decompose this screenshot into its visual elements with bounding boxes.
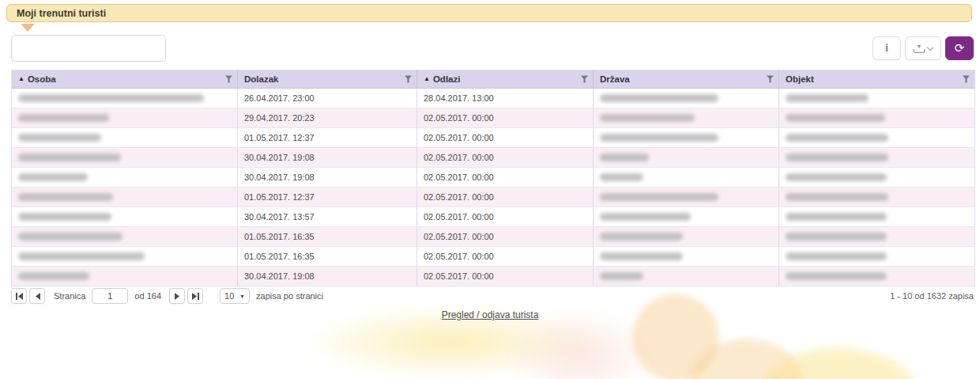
page-number-input[interactable] bbox=[92, 288, 128, 304]
refresh-button[interactable]: ⟳ bbox=[945, 36, 974, 60]
cell-drzava bbox=[594, 267, 779, 286]
redacted-country bbox=[600, 134, 718, 142]
cell-odlazi: 02.05.2017. 00:00 bbox=[417, 247, 594, 266]
cell-odlazi: 02.05.2017. 00:00 bbox=[417, 148, 594, 167]
redacted-name bbox=[18, 173, 88, 181]
toolbar: i ▼ ⟳ bbox=[11, 35, 974, 62]
redacted-name bbox=[18, 252, 145, 260]
tab-pointer bbox=[21, 24, 35, 32]
tab-label: Moji trenutni turisti bbox=[17, 8, 106, 19]
table-row[interactable]: 30.04.2017. 19:0802.05.2017. 00:00 bbox=[12, 168, 974, 188]
redacted-object bbox=[786, 272, 887, 280]
cell-objekt bbox=[779, 188, 974, 207]
cell-objekt bbox=[779, 267, 974, 286]
column-header-dolazak[interactable]: Dolazak bbox=[238, 70, 417, 88]
filter-icon[interactable] bbox=[767, 75, 774, 83]
table-row[interactable]: 01.05.2017. 12:3702.05.2017. 00:00 bbox=[12, 128, 974, 148]
table-row[interactable]: 29.04.2017. 20:2302.05.2017. 00:00 bbox=[12, 108, 974, 128]
cell-odlazi: 02.05.2017. 00:00 bbox=[417, 168, 594, 187]
cell-objekt bbox=[779, 247, 974, 266]
prev-page-button[interactable] bbox=[29, 288, 45, 304]
table-row[interactable]: 30.04.2017. 19:0802.05.2017. 00:00 bbox=[12, 148, 974, 168]
column-header-osoba[interactable]: ▲Osoba bbox=[12, 70, 238, 88]
filter-icon[interactable] bbox=[405, 75, 412, 83]
cell-osoba bbox=[12, 267, 238, 286]
records-range-label: 1 - 10 od 1632 zapisa bbox=[890, 291, 974, 301]
cell-osoba bbox=[12, 148, 238, 167]
table-row[interactable]: 30.04.2017. 13:5702.05.2017. 00:00 bbox=[12, 207, 974, 227]
chevron-down-icon bbox=[926, 44, 933, 50]
page-size-select[interactable]: 10 ▼ bbox=[220, 288, 250, 304]
cell-drzava bbox=[594, 89, 779, 108]
column-header-odlazi[interactable]: ▲Odlazi bbox=[417, 70, 594, 88]
cell-odlazi: 02.05.2017. 00:00 bbox=[417, 188, 594, 207]
cell-drzava bbox=[594, 247, 779, 266]
table-row[interactable]: 30.04.2017. 19:0802.05.2017. 00:00 bbox=[12, 267, 974, 286]
cell-drzava bbox=[594, 148, 779, 167]
refresh-icon: ⟳ bbox=[955, 43, 965, 55]
page-count-label: od 164 bbox=[134, 291, 161, 301]
table-header: ▲OsobaDolazak▲OdlaziDržavaObjekt bbox=[12, 70, 974, 89]
table-row[interactable]: 01.05.2017. 12:3702.05.2017. 00:00 bbox=[12, 188, 974, 207]
cell-objekt bbox=[779, 207, 974, 226]
export-button[interactable]: ▼ bbox=[905, 36, 941, 60]
table-row[interactable]: 26.04.2017. 23:0028.04.2017. 13:00 bbox=[12, 89, 974, 108]
cell-drzava bbox=[594, 227, 779, 246]
cell-dolazak: 01.05.2017. 12:37 bbox=[238, 128, 417, 147]
first-page-icon bbox=[15, 293, 24, 300]
redacted-name bbox=[18, 114, 109, 122]
cell-odlazi: 02.05.2017. 00:00 bbox=[417, 267, 594, 286]
cell-dolazak: 01.05.2017. 16:35 bbox=[238, 247, 417, 266]
redacted-object bbox=[786, 94, 869, 102]
cell-dolazak: 30.04.2017. 19:08 bbox=[238, 148, 417, 167]
cell-dolazak: 26.04.2017. 23:00 bbox=[238, 89, 417, 108]
last-page-button[interactable] bbox=[187, 288, 203, 304]
redacted-name bbox=[18, 94, 204, 102]
column-header-država[interactable]: Država bbox=[594, 70, 779, 88]
cell-objekt bbox=[779, 108, 974, 127]
stranica-label: Stranica bbox=[54, 291, 85, 301]
filter-icon[interactable] bbox=[581, 75, 588, 83]
redacted-object bbox=[786, 193, 888, 201]
filter-icon[interactable] bbox=[225, 75, 232, 83]
redacted-name bbox=[18, 272, 89, 280]
sort-asc-icon: ▲ bbox=[18, 76, 24, 82]
next-page-icon bbox=[174, 293, 181, 300]
cell-osoba bbox=[12, 247, 238, 266]
redacted-object bbox=[786, 134, 888, 142]
redacted-country bbox=[600, 213, 691, 221]
redacted-object bbox=[786, 252, 887, 260]
tourists-table: ▲OsobaDolazak▲OdlaziDržavaObjekt 26.04.2… bbox=[11, 70, 975, 286]
cell-odlazi: 02.05.2017. 00:00 bbox=[417, 108, 594, 127]
select-arrow-icon: ▼ bbox=[239, 294, 245, 299]
redacted-country bbox=[600, 94, 718, 102]
next-page-button[interactable] bbox=[169, 288, 185, 304]
info-button[interactable]: i bbox=[873, 36, 901, 60]
cell-dolazak: 01.05.2017. 16:35 bbox=[238, 227, 417, 246]
filter-icon[interactable] bbox=[963, 75, 970, 83]
page-size-value: 10 bbox=[224, 291, 234, 301]
last-page-icon bbox=[191, 293, 200, 300]
cell-objekt bbox=[779, 168, 974, 187]
download-icon: ▼ bbox=[914, 44, 925, 53]
redacted-name bbox=[18, 134, 101, 142]
first-page-button[interactable] bbox=[11, 288, 27, 304]
cell-dolazak: 30.04.2017. 13:57 bbox=[238, 207, 417, 226]
cell-odlazi: 28.04.2017. 13:00 bbox=[417, 89, 594, 108]
search-input[interactable] bbox=[11, 35, 166, 62]
cell-drzava bbox=[594, 207, 779, 226]
cell-dolazak: 29.04.2017. 20:23 bbox=[238, 108, 417, 127]
cell-drzava bbox=[594, 188, 779, 207]
redacted-name bbox=[18, 153, 121, 161]
table-row[interactable]: 01.05.2017. 16:3502.05.2017. 00:00 bbox=[12, 247, 974, 267]
tab-moji-trenutni-turisti[interactable]: Moji trenutni turisti bbox=[6, 4, 972, 22]
table-row[interactable]: 01.05.2017. 16:3502.05.2017. 00:00 bbox=[12, 227, 974, 247]
column-header-objekt[interactable]: Objekt bbox=[779, 70, 974, 88]
cell-odlazi: 02.05.2017. 00:00 bbox=[417, 128, 594, 147]
pregled-odjava-link[interactable]: Pregled / odjava turista bbox=[442, 309, 539, 320]
cell-objekt bbox=[779, 148, 974, 167]
cell-dolazak: 30.04.2017. 19:08 bbox=[238, 168, 417, 187]
cell-objekt bbox=[779, 89, 974, 108]
redacted-country bbox=[600, 272, 643, 280]
redacted-object bbox=[786, 233, 887, 241]
